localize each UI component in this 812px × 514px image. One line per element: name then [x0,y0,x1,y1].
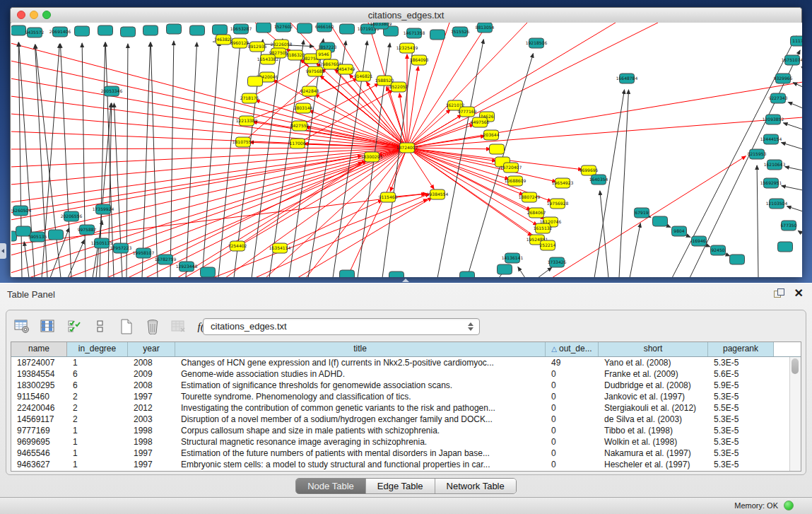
graph-node[interactable]: 1615132 [534,223,553,233]
delete-icon[interactable] [144,318,161,335]
graph-node[interactable]: 8454749 [336,64,355,74]
graph-edge[interactable] [407,148,556,182]
graph-node[interactable]: 16210643 [764,160,786,170]
graph-edge[interactable] [142,42,151,277]
window-titlebar[interactable]: citations_edges.txt [11,8,801,23]
table-row[interactable]: 946554611997Estimation of the future num… [11,448,801,459]
new-document-icon[interactable] [118,318,135,335]
graph-node[interactable]: 20053346 [101,86,123,96]
graph-node[interactable]: 9975887 [78,225,97,235]
graph-node[interactable]: 9777169 [458,107,477,117]
graph-node[interactable]: 8960128 [230,38,249,48]
graph-node[interactable]: 16543382 [257,54,279,64]
graph-node[interactable]: 12923448 [176,262,198,271]
graph-node[interactable]: 9975685 [306,66,325,76]
graph-edge[interactable] [757,165,758,277]
graph-node[interactable]: 9804 [672,226,687,236]
graph-node[interactable]: 9146821 [354,71,373,81]
graph-node[interactable]: 2718176 [240,93,259,103]
graph-node[interactable]: 15751074 [782,55,802,65]
table-selector-dropdown[interactable]: citations_edges.txt [203,318,480,335]
graph-node[interactable]: 5905135 [28,232,47,242]
graph-node[interactable]: 17359924 [93,204,114,214]
graph-node[interactable]: 1527602 [274,23,293,32]
graph-edge[interactable] [186,42,197,277]
graph-edge[interactable] [630,223,640,277]
graph-node[interactable]: 2684067 [527,208,546,218]
graph-edge[interactable] [335,69,407,148]
graph-node[interactable]: 19384554 [427,189,449,199]
graph-node[interactable]: 6497566 [471,117,490,127]
graph-edge[interactable] [518,267,525,277]
graph-edge[interactable] [146,148,407,277]
graph-node[interactable] [121,27,136,37]
graph-edge[interactable] [801,67,802,68]
table-row[interactable]: 977716911998Corpus callosum shape and si… [11,425,801,436]
graph-edge[interactable] [407,148,545,219]
graph-edge[interactable] [202,42,219,277]
graph-edge[interactable] [60,44,71,277]
graph-edge[interactable] [407,23,527,148]
graph-edge[interactable] [29,148,407,277]
graph-edge[interactable] [11,43,407,148]
graph-node[interactable]: 12093852 [763,115,784,124]
graph-node[interactable]: 16354114 [269,243,291,253]
graph-node[interactable]: 9329966 [774,74,793,83]
graph-node[interactable]: 20691406 [49,27,71,37]
vertical-scrollbar[interactable] [789,357,801,471]
graph-node[interactable]: 15720407 [500,163,522,173]
graph-edge[interactable] [280,200,382,248]
graph-edge[interactable] [11,96,407,148]
table-row[interactable]: 946362711997Embryonic stem cells: a mode… [11,459,801,470]
graph-edge[interactable] [107,148,407,277]
graph-node[interactable] [143,25,158,35]
graph-node[interactable]: 7515526 [451,27,470,37]
graph-edge[interactable] [538,267,552,277]
column-header-title[interactable]: title [175,342,546,356]
graph-node[interactable]: 17957223 [110,243,132,253]
graph-node[interactable]: 16648784 [616,74,638,83]
column-header-name[interactable]: name [11,342,67,356]
graph-node[interactable] [11,25,26,35]
graph-node[interactable] [389,271,404,277]
graph-node[interactable]: 12444154 [760,134,782,144]
graph-node[interactable] [298,23,312,33]
graph-edge[interactable] [672,36,796,277]
graph-node[interactable]: 9699695 [579,165,599,175]
tab-edge-table[interactable]: Edge Table [366,479,435,493]
graph-node[interactable] [167,24,182,34]
graph-node[interactable]: 12213389 [236,116,258,126]
delete-table-disabled-icon[interactable] [170,318,187,335]
graph-node[interactable]: 92450 [711,245,726,255]
column-header-year[interactable]: year [128,342,175,356]
tab-node-table[interactable]: Node Table [296,479,366,493]
table-row[interactable]: 1830029562008Estimation of significance … [11,380,801,391]
column-header-short[interactable]: short [599,342,708,356]
table-row[interactable]: 969969511998Structural magnetic resonanc… [11,436,801,448]
graph-edge[interactable] [407,148,434,189]
column-header-pagerank[interactable]: pagerank [708,342,774,356]
graph-node[interactable]: 18300295 [361,152,383,162]
graph-node[interactable] [213,25,228,35]
graph-node[interactable]: 19218506 [526,38,548,48]
graph-node[interactable]: 9435572 [25,28,45,37]
graph-node[interactable]: 252214 [540,240,556,250]
graph-node[interactable]: 677350 [781,221,797,230]
table-settings-icon[interactable] [13,318,30,335]
graph-edge[interactable] [784,123,802,129]
graph-node[interactable]: 19756928 [547,199,569,209]
graph-node[interactable]: 19654923 [552,178,574,188]
graph-node[interactable] [778,242,793,252]
graph-node[interactable]: 203644 [483,130,500,140]
graph-node[interactable]: 19958107 [133,248,155,258]
graph-edge[interactable] [782,143,802,149]
column-header-in_degree[interactable]: in_degree [67,342,128,356]
graph-node[interactable] [201,267,216,277]
graph-node[interactable]: 9546 [317,49,331,59]
graph-edge[interactable] [11,148,407,149]
graph-node[interactable]: 10688609 [505,176,526,186]
graph-node[interactable] [257,23,271,33]
graph-node[interactable] [248,76,263,86]
float-panel-icon[interactable] [774,288,784,298]
table-row[interactable]: 1872400712008Changes of HCN gene express… [11,357,801,368]
